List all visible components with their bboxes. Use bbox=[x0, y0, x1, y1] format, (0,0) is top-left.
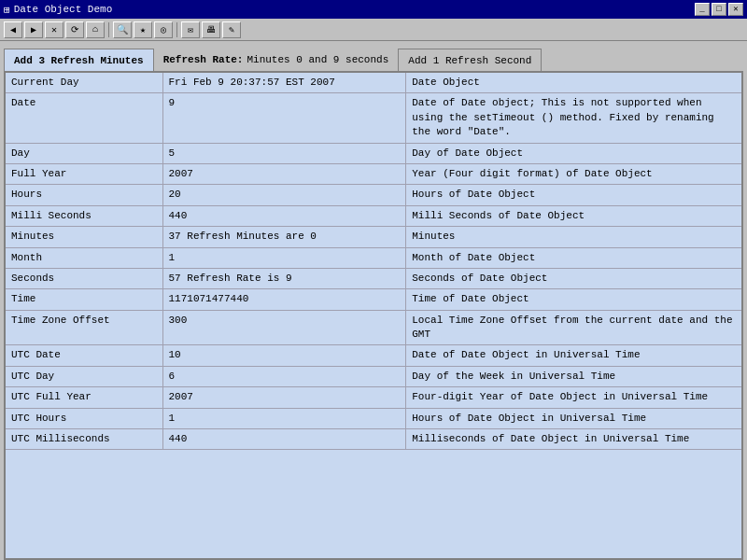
row-description: Milliseconds of Date Object in Universal… bbox=[406, 429, 741, 450]
row-description: Date of Date object; This is not support… bbox=[406, 93, 741, 143]
main-content: Add 3 Refresh Minutes Refresh Rate: Minu… bbox=[0, 41, 747, 560]
table-row: Month1Month of Date Object bbox=[6, 247, 741, 268]
row-value: 5 bbox=[162, 143, 406, 163]
row-label: Time bbox=[6, 289, 162, 310]
title-bar-left: ⊞ Date Object Demo bbox=[4, 4, 112, 16]
print-button[interactable]: 🖶 bbox=[202, 21, 220, 38]
app-title: Date Object Demo bbox=[14, 4, 113, 15]
row-description: Minutes bbox=[406, 227, 741, 247]
row-value: 440 bbox=[162, 205, 406, 226]
refresh-button[interactable]: ⟳ bbox=[65, 21, 84, 38]
row-value: 6 bbox=[162, 366, 406, 386]
row-value: 10 bbox=[162, 345, 406, 366]
row-value: 1 bbox=[162, 408, 406, 428]
tab-add-refresh-minutes[interactable]: Add 3 Refresh Minutes bbox=[4, 49, 154, 71]
row-value: 1 bbox=[162, 247, 406, 268]
row-value: 2007 bbox=[162, 387, 406, 408]
refresh-rate-value: Minutes 0 and 9 seconds bbox=[247, 54, 388, 65]
table-row: Hours20Hours of Date Object bbox=[6, 185, 741, 205]
date-object-table: Current DayFri Feb 9 20:37:57 EST 2007Da… bbox=[6, 73, 741, 450]
row-value: 300 bbox=[162, 310, 406, 345]
maximize-button[interactable]: □ bbox=[712, 3, 726, 16]
row-label: Time Zone Offset bbox=[6, 310, 162, 345]
row-label: Hours bbox=[6, 185, 162, 205]
row-value: 57 Refresh Rate is 9 bbox=[162, 268, 406, 288]
data-table-container: Current DayFri Feb 9 20:37:57 EST 2007Da… bbox=[4, 71, 743, 560]
stop-button[interactable]: ✕ bbox=[45, 21, 63, 38]
row-value: 440 bbox=[162, 429, 406, 450]
title-bar: ⊞ Date Object Demo _ □ ✕ bbox=[0, 0, 747, 19]
close-button[interactable]: ✕ bbox=[728, 3, 743, 16]
row-value: 37 Refresh Minutes are 0 bbox=[162, 227, 406, 247]
favorites-button[interactable]: ★ bbox=[134, 21, 152, 38]
row-label: Full Year bbox=[6, 163, 162, 184]
row-value: Fri Feb 9 20:37:57 EST 2007 bbox=[162, 73, 406, 93]
row-description: Four-digit Year of Date Object in Univer… bbox=[406, 387, 741, 408]
mail-button[interactable]: ✉ bbox=[181, 21, 200, 38]
edit-button[interactable]: ✎ bbox=[222, 21, 241, 38]
table-row: Minutes37 Refresh Minutes are 0Minutes bbox=[6, 227, 741, 247]
row-description: Date Object bbox=[406, 73, 741, 93]
row-label: Milli Seconds bbox=[6, 205, 162, 226]
toolbar: ◀ ▶ ✕ ⟳ ⌂ 🔍 ★ ◎ ✉ 🖶 ✎ bbox=[0, 19, 747, 41]
table-row: Time1171071477440Time of Date Object bbox=[6, 289, 741, 310]
row-description: Year (Four digit format) of Date Object bbox=[406, 163, 741, 184]
row-label: Seconds bbox=[6, 268, 162, 288]
tab-bar: Add 3 Refresh Minutes Refresh Rate: Minu… bbox=[4, 45, 743, 71]
toolbar-separator bbox=[108, 22, 109, 37]
row-label: UTC Day bbox=[6, 366, 162, 386]
table-row: UTC Hours1Hours of Date Object in Univer… bbox=[6, 408, 741, 428]
row-description: Hours of Date Object in Universal Time bbox=[406, 408, 741, 428]
row-label: Month bbox=[6, 247, 162, 268]
row-label: Current Day bbox=[6, 73, 162, 93]
row-value: 1171071477440 bbox=[162, 289, 406, 310]
refresh-rate-display: Refresh Rate: Minutes 0 and 9 seconds bbox=[154, 49, 399, 71]
row-label: Date bbox=[6, 93, 162, 143]
table-row: UTC Full Year2007Four-digit Year of Date… bbox=[6, 387, 741, 408]
row-label: UTC Milliseconds bbox=[6, 429, 162, 450]
table-row: Day5Day of Date Object bbox=[6, 143, 741, 163]
row-value: 9 bbox=[162, 93, 406, 143]
table-row: UTC Milliseconds440Milliseconds of Date … bbox=[6, 429, 741, 450]
row-value: 2007 bbox=[162, 163, 406, 184]
row-description: Day of Date Object bbox=[406, 143, 741, 163]
table-row: Milli Seconds440Milli Seconds of Date Ob… bbox=[6, 205, 741, 226]
table-row: Full Year2007Year (Four digit format) of… bbox=[6, 163, 741, 184]
row-label: UTC Hours bbox=[6, 408, 162, 428]
row-label: UTC Date bbox=[6, 345, 162, 366]
row-description: Month of Date Object bbox=[406, 247, 741, 268]
table-row: Time Zone Offset300Local Time Zone Offse… bbox=[6, 310, 741, 345]
table-row: Current DayFri Feb 9 20:37:57 EST 2007Da… bbox=[6, 73, 741, 93]
row-description: Time of Date Object bbox=[406, 289, 741, 310]
row-description: Date of Date Object in Universal Time bbox=[406, 345, 741, 366]
table-row: Seconds57 Refresh Rate is 9Seconds of Da… bbox=[6, 268, 741, 288]
row-description: Hours of Date Object bbox=[406, 185, 741, 205]
table-row: UTC Date10Date of Date Object in Univers… bbox=[6, 345, 741, 366]
title-bar-controls[interactable]: _ □ ✕ bbox=[695, 3, 743, 16]
toolbar-separator-2 bbox=[176, 22, 177, 37]
table-row: UTC Day6Day of the Week in Universal Tim… bbox=[6, 366, 741, 386]
row-description: Day of the Week in Universal Time bbox=[406, 366, 741, 386]
history-button[interactable]: ◎ bbox=[154, 21, 173, 38]
home-button[interactable]: ⌂ bbox=[86, 21, 105, 38]
row-description: Milli Seconds of Date Object bbox=[406, 205, 741, 226]
row-label: Day bbox=[6, 143, 162, 163]
refresh-rate-label: Refresh Rate: bbox=[163, 54, 244, 65]
minimize-button[interactable]: _ bbox=[695, 3, 710, 16]
search-button[interactable]: 🔍 bbox=[113, 21, 132, 38]
row-description: Seconds of Date Object bbox=[406, 268, 741, 288]
back-button[interactable]: ◀ bbox=[4, 21, 22, 38]
table-row: Date9Date of Date object; This is not su… bbox=[6, 93, 741, 143]
row-description: Local Time Zone Offset from the current … bbox=[406, 310, 741, 345]
row-label: Minutes bbox=[6, 227, 162, 247]
row-value: 20 bbox=[162, 185, 406, 205]
row-label: UTC Full Year bbox=[6, 387, 162, 408]
forward-button[interactable]: ▶ bbox=[24, 21, 43, 38]
tab-add-refresh-second[interactable]: Add 1 Refresh Second bbox=[398, 49, 542, 71]
app-icon: ⊞ bbox=[4, 4, 10, 16]
